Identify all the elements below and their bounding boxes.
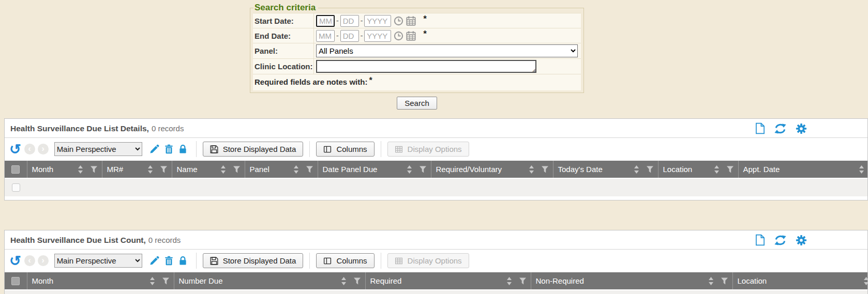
store-displayed-data-button[interactable]: Store Displayed Data [203, 142, 304, 157]
sort-icon[interactable] [859, 165, 864, 174]
sort-icon[interactable] [147, 165, 153, 174]
start-date-year-input[interactable] [364, 15, 391, 27]
sort-icon[interactable] [863, 277, 868, 285]
columns-button[interactable]: Columns [316, 142, 374, 157]
end-date-month-input[interactable] [316, 30, 335, 42]
column-header-non-required[interactable]: Non-Required [531, 272, 732, 290]
column-header-location[interactable]: Location [732, 272, 868, 290]
select-all-header-cell[interactable] [5, 161, 27, 178]
clinic-location-field: ◢ [314, 59, 581, 74]
toolbar-divider [309, 253, 310, 269]
perspective-select[interactable]: Main Perspective [54, 254, 142, 268]
display-options-button[interactable]: Display Options [387, 142, 469, 157]
sort-icon[interactable] [708, 277, 714, 285]
column-header-date-panel-due[interactable]: Date Panel Due [318, 161, 431, 178]
search-form: Start Date: - - * [253, 13, 581, 90]
panel-select[interactable]: All Panels [316, 44, 578, 57]
column-header-panel[interactable]: Panel [245, 161, 318, 178]
sort-icon[interactable] [506, 277, 512, 285]
previous-perspective-icon[interactable]: ‹ [24, 255, 35, 266]
column-header-required[interactable]: Required [365, 272, 531, 290]
sort-icon[interactable] [634, 165, 639, 174]
undo-icon[interactable]: ↺ [9, 255, 21, 267]
column-header-appt-date[interactable]: Appt. Date [738, 161, 868, 178]
delete-trash-icon[interactable] [164, 144, 173, 154]
column-label: Number Due [179, 276, 223, 285]
end-date-day-input[interactable] [340, 30, 359, 42]
new-document-icon[interactable] [755, 122, 765, 134]
calendar-icon[interactable] [406, 31, 416, 41]
sort-icon[interactable] [407, 165, 412, 174]
column-header-mr[interactable]: MR# [102, 161, 172, 178]
select-all-header-cell[interactable] [5, 272, 27, 290]
end-date-field: - - * [314, 28, 581, 43]
edit-pencil-icon[interactable] [149, 256, 159, 266]
filter-icon[interactable] [721, 277, 728, 285]
column-header-month[interactable]: Month [27, 272, 174, 290]
display-options-button[interactable]: Display Options [387, 253, 469, 268]
select-all-checkbox[interactable] [11, 165, 20, 174]
column-header-number-due[interactable]: Number Due [174, 272, 365, 290]
delete-trash-icon[interactable] [164, 256, 173, 266]
sort-icon[interactable] [341, 277, 347, 285]
gear-icon[interactable] [796, 235, 807, 246]
search-button[interactable]: Search [397, 97, 437, 110]
filter-icon[interactable] [419, 166, 427, 173]
next-perspective-icon[interactable]: › [38, 144, 49, 154]
filter-icon[interactable] [233, 166, 241, 173]
perspective-select[interactable]: Main Perspective [54, 142, 142, 156]
start-date-day-input[interactable] [340, 15, 359, 27]
columns-button[interactable]: Columns [316, 253, 374, 268]
details-table: Month MR# Name Panel Date Panel Due Requ… [5, 161, 868, 196]
column-header-todays-date[interactable]: Today's Date [553, 161, 658, 178]
refresh-icon[interactable] [774, 235, 787, 246]
column-header-location[interactable]: Location [658, 161, 738, 178]
details-title-icons [755, 122, 807, 134]
filter-icon[interactable] [306, 166, 313, 173]
columns-label: Columns [336, 256, 367, 265]
previous-perspective-icon[interactable]: ‹ [24, 144, 35, 154]
details-panel-titlebar: Health Surveillance Due List Details, 0 … [5, 119, 867, 138]
column-header-required-voluntary[interactable]: Required/Voluntary [431, 161, 553, 178]
count-panel-titlebar: Health Surveillance Due List Count, 0 re… [5, 230, 867, 250]
filter-icon[interactable] [90, 166, 98, 173]
count-table-panel: Health Surveillance Due List Count, 0 re… [4, 230, 868, 294]
filter-icon[interactable] [519, 277, 527, 285]
details-panel-title: Health Surveillance Due List Details, [10, 124, 149, 133]
sort-icon[interactable] [149, 277, 155, 285]
filter-icon[interactable] [353, 277, 361, 285]
column-header-name[interactable]: Name [172, 161, 245, 178]
toolbar-divider [381, 253, 381, 269]
sort-icon[interactable] [529, 165, 534, 174]
lock-icon[interactable] [178, 144, 187, 154]
clock-icon[interactable] [394, 16, 403, 26]
filter-icon[interactable] [541, 166, 549, 173]
filter-icon[interactable] [160, 166, 168, 173]
calendar-icon[interactable] [406, 16, 416, 26]
sort-icon[interactable] [78, 165, 83, 174]
column-header-month[interactable]: Month [27, 161, 102, 178]
next-perspective-icon[interactable]: › [38, 255, 49, 266]
select-all-checkbox[interactable] [11, 277, 20, 285]
gear-icon[interactable] [796, 123, 807, 134]
column-label: MR# [107, 165, 124, 174]
start-date-month-input[interactable] [316, 15, 335, 27]
search-criteria-legend: Search criteria [253, 3, 318, 13]
new-document-icon[interactable] [755, 234, 765, 246]
filter-icon[interactable] [726, 166, 734, 173]
store-displayed-data-button[interactable]: Store Displayed Data [203, 253, 304, 268]
undo-icon[interactable]: ↺ [9, 144, 21, 155]
filter-icon[interactable] [646, 166, 654, 173]
refresh-icon[interactable] [774, 123, 787, 134]
sort-icon[interactable] [293, 165, 299, 174]
filter-icon[interactable] [162, 277, 170, 285]
edit-pencil-icon[interactable] [149, 144, 159, 154]
clinic-location-label: Clinic Location: [253, 59, 314, 74]
clock-icon[interactable] [394, 31, 403, 41]
sort-icon[interactable] [714, 165, 720, 174]
row-checkbox[interactable] [12, 183, 20, 192]
end-date-year-input[interactable] [364, 30, 391, 42]
sort-icon[interactable] [220, 165, 226, 174]
clinic-location-input[interactable] [316, 60, 536, 73]
lock-icon[interactable] [178, 256, 187, 266]
